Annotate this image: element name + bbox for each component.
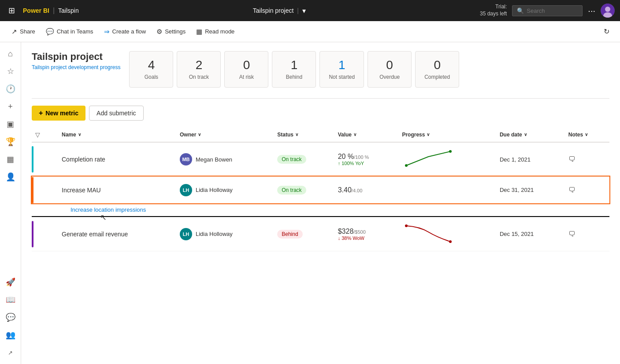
teams-icon: 💬	[46, 28, 54, 36]
th-due-date[interactable]: Due date ∨	[494, 128, 563, 142]
sidebar-icon-docs[interactable]: 📖	[3, 292, 19, 308]
stat-card-behind[interactable]: 1 Behind	[272, 51, 316, 88]
sidebar-icon-workspaces[interactable]: ▦	[3, 151, 19, 167]
status-badge: Behind	[277, 230, 302, 239]
project-selector[interactable]: Tailspin project | ▾	[84, 7, 475, 15]
divider	[32, 98, 609, 99]
sidebar-icon-expand[interactable]: ↗	[3, 345, 19, 360]
col-owner-label: Owner	[180, 132, 196, 138]
read-mode-button[interactable]: ▦ Read mode	[192, 25, 239, 38]
search-input[interactable]	[527, 7, 578, 14]
new-metric-button[interactable]: + New metric	[32, 106, 85, 121]
stat-card-completed[interactable]: 0 Completed	[415, 51, 459, 88]
svg-point-1	[605, 7, 610, 12]
action-bar: + New metric Add submetric	[32, 106, 609, 121]
row-expand[interactable]	[33, 217, 56, 251]
app-logo: Power BI | Tailspin	[23, 7, 79, 15]
sidebar-icon-metrics[interactable]: 🏆	[3, 134, 19, 150]
create-flow-button[interactable]: ⇒ Create a flow	[100, 25, 151, 38]
logo-text: Power BI	[23, 7, 49, 14]
metric-notes[interactable]: 🗨	[563, 217, 609, 251]
share-icon: ↗	[11, 28, 17, 36]
value-change: ↓ 38% WoW	[338, 235, 392, 241]
add-submetric-label: Add submetric	[97, 110, 136, 117]
sidebar-icon-favorites[interactable]: ☆	[3, 63, 19, 79]
more-options-button[interactable]: ···	[588, 6, 595, 16]
col-notes-sort: ∨	[585, 132, 588, 137]
chat-label: Chat in Teams	[57, 28, 93, 35]
toolbar: ↗ Share 💬 Chat in Teams ⇒ Create a flow …	[0, 21, 620, 42]
col-progress-sort: ∨	[427, 132, 430, 137]
sidebar-icon-admin[interactable]: 👥	[3, 327, 19, 343]
th-filter[interactable]: ▽	[33, 128, 56, 142]
th-name[interactable]: Name ∨	[56, 128, 174, 142]
metric-value: $328/$500 ↓ 38% WoW	[333, 217, 397, 251]
top-nav: ⊞ Power BI | Tailspin Tailspin project |…	[0, 0, 620, 21]
stat-card-overdue[interactable]: 0 Overdue	[368, 51, 412, 88]
sidebar-icon-learn[interactable]: 🚀	[3, 274, 19, 290]
add-submetric-button[interactable]: Add submetric	[89, 106, 143, 121]
stat-card-goals[interactable]: 4 Goals	[129, 51, 173, 88]
project-title: Tailspin project	[32, 51, 120, 63]
metric-progress	[397, 142, 494, 177]
stat-number: 0	[424, 59, 450, 72]
submetric-row[interactable]: Increase location impressions	[32, 203, 609, 216]
value-main: 20 %/100 %	[338, 153, 392, 161]
table-row[interactable]: Increase MAU LH Lidia Holloway On track …	[32, 176, 609, 203]
new-metric-label: New metric	[45, 110, 78, 117]
owner-name: Lidia Holloway	[196, 187, 233, 193]
sidebar-icon-create[interactable]: +	[3, 99, 19, 114]
search-box[interactable]: 🔍	[512, 5, 583, 16]
th-progress[interactable]: Progress ∨	[397, 128, 494, 142]
avatar[interactable]	[601, 4, 615, 18]
metric-name[interactable]: Increase MAU	[56, 176, 174, 203]
project-title-area: Tailspin project Tailspin project develo…	[32, 51, 120, 70]
settings-button[interactable]: ⚙ Settings	[152, 25, 190, 38]
sidebar-icon-chat[interactable]: 💬	[3, 309, 19, 325]
stat-card-on-track[interactable]: 2 On track	[177, 51, 221, 88]
metric-notes[interactable]: 🗨	[563, 176, 609, 203]
sidebar-icon-apps[interactable]: ▣	[3, 116, 19, 132]
table-row[interactable]: Generate email revenue LH Lidia Holloway…	[32, 217, 609, 251]
metric-value: 3.40/4.00	[333, 176, 397, 203]
metric-name[interactable]: Generate email revenue	[56, 217, 174, 251]
notes-icon[interactable]: 🗨	[568, 230, 575, 238]
submetric-name[interactable]: Increase location impressions	[71, 206, 146, 213]
metric-value: 20 %/100 % ↑ 100% YoY	[333, 142, 397, 177]
top-nav-right: Trial: 35 days left 🔍 ···	[480, 4, 615, 18]
notes-icon[interactable]: 🗨	[568, 155, 575, 163]
stat-card-not-started[interactable]: 1 Not started	[319, 51, 364, 88]
share-label: Share	[20, 28, 35, 35]
metric-notes[interactable]: 🗨	[563, 142, 609, 177]
value-sub: /100 %	[354, 154, 369, 160]
notes-icon[interactable]: 🗨	[568, 186, 575, 194]
share-button[interactable]: ↗ Share	[7, 25, 40, 38]
stat-card-at-risk[interactable]: 0 At risk	[224, 51, 268, 88]
refresh-icon[interactable]: ↻	[604, 27, 609, 36]
table-row[interactable]: Completion rate MB Megan Bowen On track …	[32, 142, 609, 177]
sidebar-icon-people[interactable]: 👤	[3, 169, 19, 185]
grid-icon[interactable]: ⊞	[5, 4, 18, 17]
th-value[interactable]: Value ∨	[333, 128, 397, 142]
stat-label: Behind	[281, 74, 307, 80]
dropdown-icon[interactable]: ▾	[302, 7, 306, 15]
project-header: Tailspin project Tailspin project develo…	[32, 51, 609, 88]
row-expand[interactable]	[33, 142, 56, 177]
th-status[interactable]: Status ∨	[272, 128, 332, 142]
metric-name[interactable]: Completion rate	[56, 142, 174, 177]
owner-name: Lidia Holloway	[196, 231, 233, 237]
chat-in-teams-button[interactable]: 💬 Chat in Teams	[41, 25, 98, 38]
read-mode-label: Read mode	[205, 28, 234, 35]
content-area: Tailspin project Tailspin project develo…	[21, 42, 620, 364]
metric-due-date: Dec 15, 2021	[494, 217, 563, 251]
col-value-label: Value	[338, 132, 352, 138]
sidebar-icon-home[interactable]: ⌂	[3, 46, 19, 62]
th-owner[interactable]: Owner ∨	[174, 128, 272, 142]
row-expand[interactable]	[33, 176, 56, 203]
svg-point-4	[449, 150, 452, 153]
value-main: 3.40/4.00	[338, 186, 392, 194]
owner-name: Megan Bowen	[196, 156, 232, 163]
sidebar-icon-recents[interactable]: 🕐	[3, 81, 19, 97]
project-subtitle: Tailspin project development progress	[32, 64, 120, 70]
th-notes[interactable]: Notes ∨	[563, 128, 609, 142]
